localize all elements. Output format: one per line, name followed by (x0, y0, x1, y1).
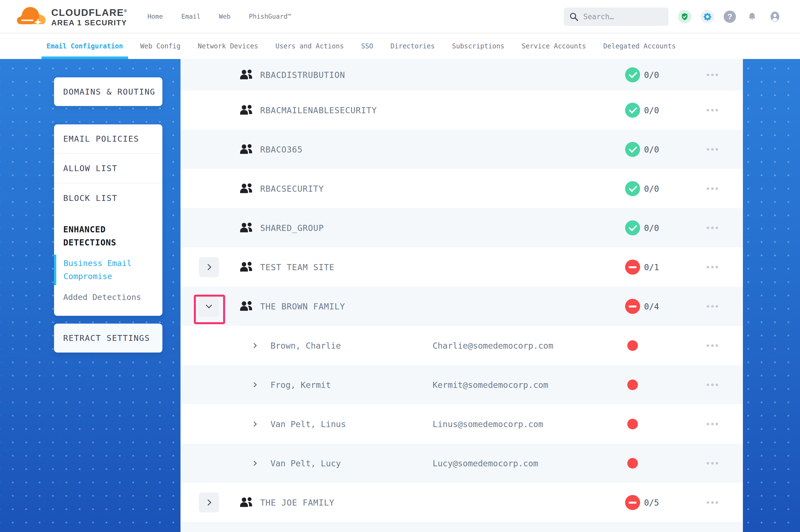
cloudflare-logo[interactable]: CLOUDFLARE® AREA 1 SECURITY (16, 4, 127, 28)
group-row[interactable]: THE JOE FAMILY 0/5 (181, 483, 743, 522)
member-email: Lucy@somedemocorp.com (433, 458, 538, 468)
group-name: RBACO365 (260, 145, 303, 154)
sidebar-item-block-list[interactable]: BLOCK LIST (54, 183, 162, 213)
chevron-right-icon[interactable] (252, 460, 257, 466)
group-icon (239, 496, 254, 509)
status-blocked-badge (625, 495, 640, 510)
status-blocked-badge (625, 299, 640, 314)
member-email: Kermit@somedemocorp.com (433, 380, 548, 390)
group-row[interactable]: RBACO365 0/0 (181, 130, 743, 169)
user-avatar-icon[interactable] (768, 10, 782, 23)
bell-icon[interactable] (745, 10, 759, 23)
sidebar-item-domains-routing[interactable]: DOMAINS & ROUTING (54, 77, 162, 106)
group-name: TEST TEAM SITE (260, 262, 334, 272)
row-menu-button[interactable] (707, 462, 718, 464)
member-row[interactable]: Van Pelt, Lucy Lucy@somedemocorp.com (181, 443, 743, 483)
shield-check-icon[interactable] (678, 10, 691, 23)
member-count: 0/4 (644, 301, 659, 311)
group-icon (239, 104, 254, 116)
chevron-down-icon (206, 302, 212, 308)
member-count: 0/0 (644, 70, 659, 80)
member-count: 0/0 (644, 223, 659, 233)
tab-web-config[interactable]: Web Config (135, 33, 186, 59)
sidebar-item-business-email-compromise[interactable]: Business Email Compromise (54, 254, 162, 285)
row-menu-button[interactable] (707, 148, 718, 151)
row-menu-button[interactable] (707, 227, 718, 229)
member-name: Brown, Charlie (271, 341, 341, 350)
groups-list-panel: RBACDISTRUBUTION 0/0 RBACMAILENABLESECUR… (181, 59, 743, 532)
group-row[interactable]: RBACMAILENABLESECURITY 0/0 (181, 91, 743, 130)
tab-users-and-actions[interactable]: Users and Actions (271, 33, 349, 59)
group-name: THE BROWN FAMILY (260, 301, 345, 311)
tab-service-accounts[interactable]: Service Accounts (517, 33, 591, 59)
status-ok-badge (625, 181, 640, 196)
member-count: 0/1 (644, 262, 659, 272)
row-menu-button[interactable] (707, 423, 718, 425)
row-menu-button[interactable] (707, 74, 718, 76)
row-menu-button[interactable] (707, 344, 718, 347)
group-row[interactable]: TEST TEAM SITE 0/1 (181, 247, 743, 287)
header-actions: ? (564, 0, 782, 33)
status-ok-badge (625, 103, 640, 118)
group-row[interactable]: SHARED_GROUP 0/0 (181, 208, 743, 247)
collapse-group-button[interactable] (199, 296, 219, 316)
sidebar-item-retract-settings[interactable]: RETRACT SETTINGS (54, 324, 162, 353)
chevron-right-icon[interactable] (252, 343, 257, 348)
member-row[interactable]: Van Pelt, Linus Linus@somedemocorp.com (181, 404, 743, 443)
gear-icon[interactable] (701, 10, 714, 23)
group-name: RBACDISTRUBUTION (260, 70, 345, 80)
status-ok-badge (625, 142, 640, 157)
sidebar-item-allow-list[interactable]: ALLOW LIST (54, 154, 162, 183)
sidebar-item-email-policies[interactable]: EMAIL POLICIES (54, 125, 162, 154)
group-row-brown-family[interactable]: THE BROWN FAMILY 0/4 (181, 287, 743, 326)
group-name: THE JOE FAMILY (260, 497, 334, 507)
help-icon[interactable]: ? (724, 11, 736, 23)
tab-email-configuration[interactable]: Email Configuration (41, 33, 128, 59)
member-count: 0/5 (644, 497, 659, 507)
member-row[interactable]: Frog, Kermit Kermit@somedemocorp.com (181, 365, 743, 404)
registered-mark: ® (124, 8, 127, 13)
nav-phishguard[interactable]: PhishGuard™ (249, 13, 291, 20)
tab-delegated-accounts[interactable]: Delegated Accounts (598, 33, 681, 59)
group-row[interactable]: RBACSECURITY 0/0 (181, 169, 743, 208)
top-header: CLOUDFLARE® AREA 1 SECURITY Home Email W… (0, 0, 800, 33)
row-menu-button[interactable] (707, 383, 718, 386)
primary-nav: Home Email Web PhishGuard™ (147, 13, 291, 20)
row-menu-button[interactable] (707, 187, 718, 190)
search-box[interactable] (564, 7, 669, 26)
member-name: Van Pelt, Lucy (271, 458, 341, 468)
expand-group-button[interactable] (199, 493, 219, 513)
row-menu-button[interactable] (707, 266, 718, 268)
status-red-dot (627, 380, 638, 390)
chevron-right-icon (205, 264, 212, 270)
row-menu-button[interactable] (707, 501, 718, 504)
sidebar-item-added-detections[interactable]: Added Detections (54, 285, 162, 305)
tab-subscriptions[interactable]: Subscriptions (447, 33, 509, 59)
tab-directories[interactable]: Directories (385, 33, 440, 59)
status-blocked-badge (625, 260, 640, 274)
nav-email[interactable]: Email (181, 13, 201, 20)
nav-web[interactable]: Web (219, 13, 231, 20)
search-icon (569, 12, 578, 21)
next-row-peek (181, 522, 743, 532)
group-name: RBACSECURITY (260, 184, 324, 193)
chevron-right-icon[interactable] (252, 421, 257, 426)
member-name: Frog, Kermit (271, 380, 331, 390)
member-email: Charlie@somedemocorp.com (433, 341, 553, 350)
group-icon (239, 300, 254, 312)
expand-group-button[interactable] (199, 257, 219, 277)
group-row[interactable]: RBACDISTRUBUTION 0/0 (181, 59, 743, 91)
search-input[interactable] (583, 13, 663, 21)
group-icon (239, 261, 254, 273)
nav-home[interactable]: Home (147, 13, 163, 20)
chevron-right-icon[interactable] (252, 382, 257, 387)
row-menu-button[interactable] (707, 109, 718, 111)
row-menu-button[interactable] (707, 305, 718, 307)
brand-line1: CLOUDFLARE® (51, 5, 127, 18)
group-name: SHARED_GROUP (260, 223, 324, 233)
active-tab-underline (41, 56, 128, 59)
tab-network-devices[interactable]: Network Devices (193, 33, 263, 59)
tab-sso[interactable]: SSO (356, 33, 378, 59)
status-red-dot (627, 458, 638, 469)
member-row[interactable]: Brown, Charlie Charlie@somedemocorp.com (181, 326, 743, 365)
